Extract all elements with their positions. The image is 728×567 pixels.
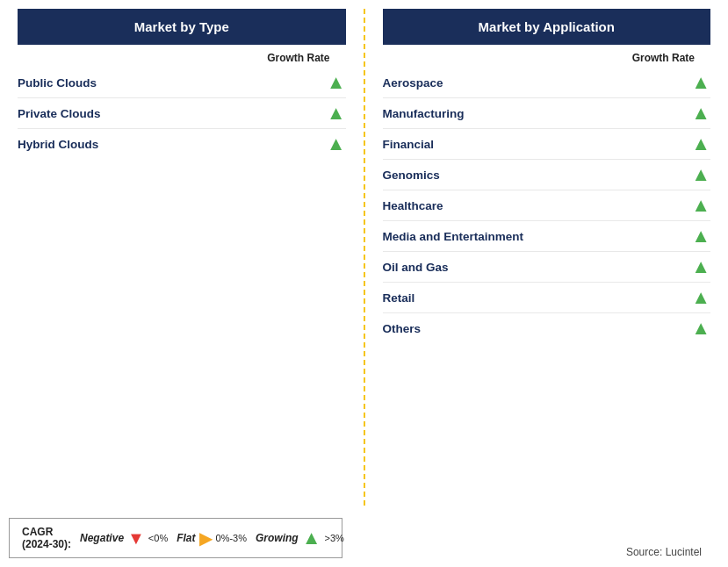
up-arrow-icon-right-1: ▲: [691, 104, 710, 123]
right-item-label-8: Others: [383, 322, 422, 335]
legend-bar: CAGR (2024-30): Negative ▼ <0% Flat ▶ 0%…: [9, 518, 342, 558]
right-item-label-3: Genomics: [383, 169, 440, 182]
up-arrow-icon-right-7: ▲: [691, 288, 710, 307]
right-item-row-3: Genomics ▲: [383, 160, 711, 190]
legend-flat: Flat ▶ 0%-3%: [177, 529, 247, 547]
right-item-row-1: Manufacturing ▲: [383, 98, 711, 129]
left-item-row-0: Public Clouds ▲: [18, 68, 346, 98]
growing-label: Growing: [256, 532, 299, 544]
up-arrow-icon-right-3: ▲: [691, 165, 710, 184]
right-item-label-1: Manufacturing: [383, 107, 465, 120]
left-panel-title: Market by Type: [18, 9, 346, 45]
left-item-row-2: Hybrid Clouds ▲: [18, 129, 346, 159]
left-growth-rate-label: Growth Rate: [18, 52, 346, 64]
red-down-arrow-icon: ▼: [127, 529, 145, 547]
flat-label: Flat: [177, 532, 195, 544]
up-arrow-icon-left-1: ▲: [327, 104, 346, 123]
main-container: Market by Type Growth Rate Public Clouds…: [9, 9, 719, 506]
flat-range: 0%-3%: [216, 533, 247, 543]
right-item-row-8: Others ▲: [383, 313, 711, 343]
up-arrow-icon-right-6: ▲: [691, 257, 710, 276]
legend-negative: Negative ▼ <0%: [80, 529, 168, 547]
right-panel-title: Market by Application: [383, 9, 711, 45]
left-item-label-1: Private Clouds: [18, 107, 101, 120]
right-item-row-7: Retail ▲: [383, 283, 711, 313]
up-arrow-icon-left-2: ▲: [327, 134, 346, 154]
negative-range: <0%: [148, 533, 168, 543]
up-arrow-icon-right-4: ▲: [691, 196, 710, 215]
growing-range: >3%: [324, 533, 343, 543]
left-panel: Market by Type Growth Rate Public Clouds…: [9, 9, 355, 506]
left-item-label-2: Hybrid Clouds: [18, 138, 98, 151]
right-panel: Market by Application Growth Rate Aerosp…: [374, 9, 720, 506]
negative-label: Negative: [80, 532, 124, 544]
right-item-row-6: Oil and Gas ▲: [383, 252, 711, 283]
right-item-label-0: Aerospace: [383, 76, 443, 90]
right-item-row-5: Media and Entertainment ▲: [383, 221, 711, 252]
left-item-label-0: Public Clouds: [18, 76, 97, 90]
panel-divider: [364, 9, 365, 506]
right-item-label-7: Retail: [383, 291, 415, 305]
yellow-right-arrow-icon: ▶: [199, 529, 213, 547]
right-item-label-5: Media and Entertainment: [383, 230, 524, 243]
up-arrow-icon-right-2: ▲: [691, 134, 710, 154]
cagr-label: CAGR (2024-30):: [22, 526, 71, 550]
legend-growing: Growing ▲ >3%: [256, 528, 344, 548]
up-arrow-icon-left-0: ▲: [327, 73, 346, 92]
left-item-row-1: Private Clouds ▲: [18, 98, 346, 129]
up-arrow-icon-right-8: ▲: [691, 319, 710, 338]
source-text: Source: Lucintel: [626, 546, 719, 558]
green-up-arrow-icon-legend: ▲: [302, 528, 321, 548]
right-item-label-2: Financial: [383, 138, 435, 151]
right-item-row-0: Aerospace ▲: [383, 68, 711, 98]
right-item-row-2: Financial ▲: [383, 129, 711, 160]
right-growth-rate-label: Growth Rate: [383, 52, 711, 64]
right-item-row-4: Healthcare ▲: [383, 190, 711, 221]
right-item-label-6: Oil and Gas: [383, 261, 449, 274]
footer-row: CAGR (2024-30): Negative ▼ <0% Flat ▶ 0%…: [9, 509, 719, 558]
up-arrow-icon-right-5: ▲: [691, 226, 710, 246]
right-item-label-4: Healthcare: [383, 199, 443, 212]
up-arrow-icon-right-0: ▲: [691, 73, 710, 92]
